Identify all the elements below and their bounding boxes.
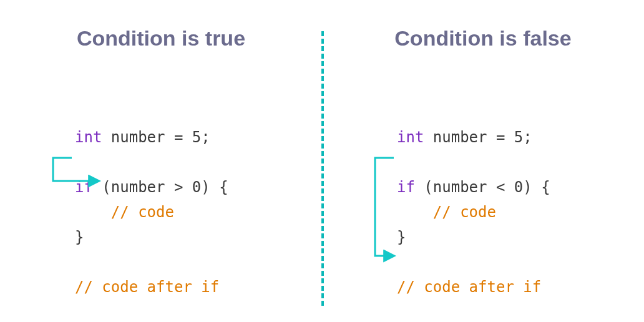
if-cond: (number < 0) { (415, 178, 550, 196)
panel-condition-true: Condition is true int number = 5; if (nu… (0, 0, 322, 322)
decl-rest: number = 5; (424, 129, 532, 146)
kw-int: int (397, 129, 424, 146)
kw-if: if (397, 178, 415, 196)
comment-code: // code (75, 203, 174, 221)
panel-condition-false: Condition is false int number = 5; if (n… (322, 0, 644, 322)
decl-rest: number = 5; (102, 129, 210, 146)
if-cond: (number > 0) { (93, 178, 228, 196)
kw-if: if (75, 178, 93, 196)
kw-int: int (75, 129, 102, 146)
title-true: Condition is true (0, 26, 322, 51)
close-brace: } (75, 228, 84, 246)
code-false: int number = 5; if (number < 0) { // cod… (397, 100, 550, 322)
comment-after: // code after if (75, 278, 219, 296)
close-brace: } (397, 228, 406, 246)
title-false: Condition is false (322, 26, 644, 51)
comment-code: // code (397, 203, 496, 221)
code-true: int number = 5; if (number > 0) { // cod… (75, 100, 228, 322)
comment-after: // code after if (397, 278, 541, 296)
